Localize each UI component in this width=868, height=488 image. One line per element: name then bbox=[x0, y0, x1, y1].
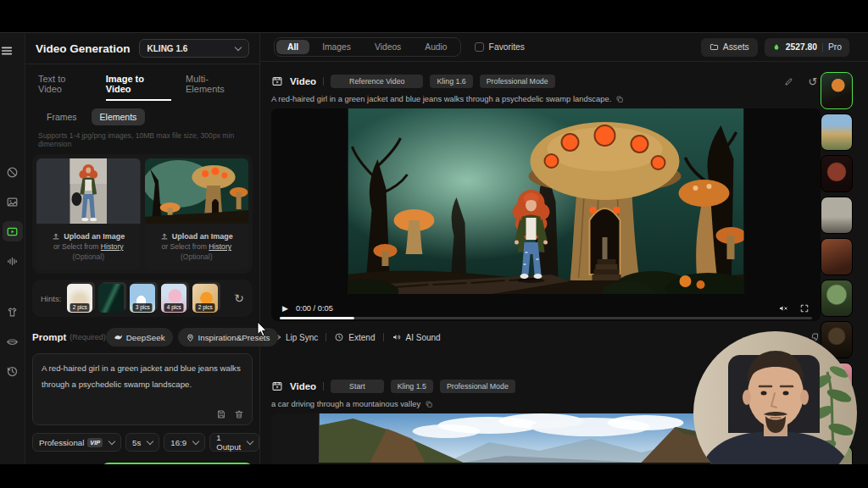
model-selector[interactable]: KLING 1.6 bbox=[139, 39, 249, 58]
library-header: All Images Videos Audio Favorites Assets… bbox=[260, 33, 868, 62]
shirt-icon bbox=[6, 306, 19, 319]
rail-item-video-generation[interactable] bbox=[3, 221, 23, 241]
filter-tab-audio[interactable]: Audio bbox=[414, 40, 458, 54]
credits-pill[interactable]: 2527.80 Pro bbox=[765, 38, 849, 57]
whale-icon bbox=[114, 333, 123, 342]
filter-tab-videos[interactable]: Videos bbox=[364, 40, 412, 54]
hint-thumb-white-dog[interactable]: 2 pics bbox=[67, 284, 92, 313]
deepseek-button[interactable]: DeepSeek bbox=[106, 328, 173, 347]
hint-thumb-white-horse[interactable]: 3 pics bbox=[130, 284, 155, 313]
copy-prompt-icon[interactable] bbox=[615, 95, 624, 103]
history-link[interactable]: History bbox=[101, 242, 124, 251]
rail-item-canvas[interactable] bbox=[3, 162, 23, 182]
card-type-label: Video bbox=[290, 76, 316, 86]
history-thumb-saloon-cowboy[interactable] bbox=[821, 238, 853, 275]
video-icon bbox=[6, 225, 19, 238]
history-thumb-horse-rider[interactable] bbox=[821, 197, 853, 234]
history-thumb-green-portrait[interactable] bbox=[821, 280, 853, 317]
prompt-textarea[interactable]: A red-haired girl in a green jacket and … bbox=[32, 353, 253, 425]
mode-tab-frames[interactable]: Frames bbox=[38, 108, 86, 125]
ai-sound-label: AI Sound bbox=[406, 333, 441, 342]
video-card-1: Video Reference Video Kling 1.6 Professi… bbox=[271, 72, 821, 347]
filter-tab-images[interactable]: Images bbox=[311, 40, 362, 54]
optional-note: (Optional) bbox=[181, 252, 213, 261]
rail-item-audio[interactable] bbox=[3, 251, 23, 271]
progress-bar[interactable] bbox=[280, 317, 812, 319]
save-prompt-icon[interactable] bbox=[216, 409, 226, 419]
divider bbox=[323, 382, 324, 391]
history-thumb-mountain-road[interactable] bbox=[821, 114, 853, 151]
badge-reference-video: Reference Video bbox=[331, 75, 423, 88]
favorites-filter[interactable]: Favorites bbox=[475, 42, 525, 52]
media-filter-tabs: All Images Videos Audio bbox=[274, 37, 461, 57]
page-title: Video Generation bbox=[36, 42, 131, 55]
progress-fill bbox=[280, 317, 354, 319]
history-thumb-man-portrait[interactable] bbox=[821, 155, 853, 192]
extend-label: Extend bbox=[348, 333, 375, 342]
uploaded-girl-photo bbox=[36, 158, 141, 224]
upload-support-note: Supports 1-4 jpg/png images, 10MB max fi… bbox=[38, 131, 247, 148]
hint-thumb-goldfish[interactable]: 2 pics bbox=[192, 284, 218, 313]
tab-image-to-video[interactable]: Image to Video bbox=[106, 74, 171, 101]
video-player[interactable]: ▶ 0:00 / 0:05 bbox=[271, 108, 821, 321]
credit-drop-icon bbox=[772, 43, 781, 52]
tab-text-to-video[interactable]: Text to Video bbox=[38, 74, 92, 101]
lip-sync-button[interactable]: Lip Sync bbox=[271, 332, 318, 342]
rail-item-image-generation[interactable] bbox=[3, 191, 23, 212]
refresh-hints-icon[interactable]: ↻ bbox=[234, 291, 244, 305]
upload-icon bbox=[160, 232, 169, 241]
video-card-icon bbox=[271, 380, 283, 392]
badge-model: Kling 1.5 bbox=[391, 380, 433, 393]
chevron-down-icon bbox=[192, 437, 199, 444]
pencil-icon bbox=[784, 76, 794, 86]
app-window: Video Generation KLING 1.6 Text to Video… bbox=[0, 32, 868, 464]
hint-thumb-dark-forest[interactable] bbox=[98, 284, 124, 313]
divider bbox=[383, 333, 384, 341]
clear-prompt-icon[interactable] bbox=[234, 409, 244, 419]
favorites-checkbox[interactable] bbox=[475, 42, 484, 52]
inspiration-presets-button[interactable]: Inspiration&Presets bbox=[178, 328, 278, 347]
fullscreen-icon[interactable] bbox=[799, 303, 810, 313]
upload-slot-1[interactable]: Upload an Image or Select from History (… bbox=[36, 158, 141, 269]
vip-badge: VIP bbox=[87, 438, 103, 447]
assets-button[interactable]: Assets bbox=[701, 38, 758, 57]
ai-sound-button[interactable]: AI Sound bbox=[392, 332, 441, 342]
chevron-down-icon bbox=[108, 437, 115, 444]
player-controls: ▶ 0:00 / 0:05 bbox=[271, 303, 821, 313]
regenerate-button[interactable]: ↺ bbox=[805, 74, 821, 89]
pics-badge: 2 pics bbox=[196, 303, 215, 312]
edit-button[interactable] bbox=[782, 74, 797, 89]
history-thumb-mushroom-swamp[interactable] bbox=[821, 72, 853, 109]
aspect-label: 16:9 bbox=[170, 438, 186, 447]
mode-tabs: Frames Elements bbox=[38, 108, 247, 125]
hamburger-menu-icon[interactable] bbox=[0, 44, 14, 58]
output-count-select[interactable]: 1 Output bbox=[209, 433, 259, 452]
generate-button[interactable]: Generate 35 bbox=[102, 463, 253, 464]
hint-thumb-pink-pony[interactable]: 4 pics bbox=[161, 284, 186, 313]
history-link[interactable]: History bbox=[209, 242, 231, 251]
badge-model: Kling 1.6 bbox=[430, 75, 472, 88]
mute-icon[interactable] bbox=[778, 303, 788, 313]
upload-slot-2[interactable]: Upload an Image or Select from History (… bbox=[145, 158, 249, 269]
aspect-ratio-select[interactable]: 16:9 bbox=[164, 433, 205, 452]
optional-note: (Optional) bbox=[72, 252, 104, 261]
mode-tab-elements[interactable]: Elements bbox=[92, 108, 146, 125]
rail-item-history[interactable] bbox=[3, 361, 23, 381]
divider bbox=[323, 77, 324, 86]
select-from-text: or Select from bbox=[161, 242, 207, 251]
sound-icon bbox=[392, 332, 402, 342]
rail-item-lipsync[interactable] bbox=[3, 331, 23, 352]
deepseek-label: DeepSeek bbox=[126, 333, 165, 342]
play-button[interactable]: ▶ bbox=[282, 304, 288, 313]
extend-button[interactable]: Extend bbox=[334, 332, 375, 342]
extend-clock-icon bbox=[334, 332, 344, 342]
tab-multi-elements[interactable]: Multi-Elements bbox=[186, 74, 247, 101]
mushroom-swamp-video-frame bbox=[348, 108, 744, 294]
upload-label: Upload an Image bbox=[64, 232, 125, 241]
duration-select[interactable]: 5s bbox=[125, 433, 159, 452]
quality-select[interactable]: ProfessionalVIP bbox=[32, 433, 121, 452]
copy-prompt-icon[interactable] bbox=[425, 400, 433, 408]
chevron-down-icon bbox=[247, 437, 253, 444]
rail-item-tryon[interactable] bbox=[3, 302, 23, 322]
filter-tab-all[interactable]: All bbox=[276, 40, 309, 54]
